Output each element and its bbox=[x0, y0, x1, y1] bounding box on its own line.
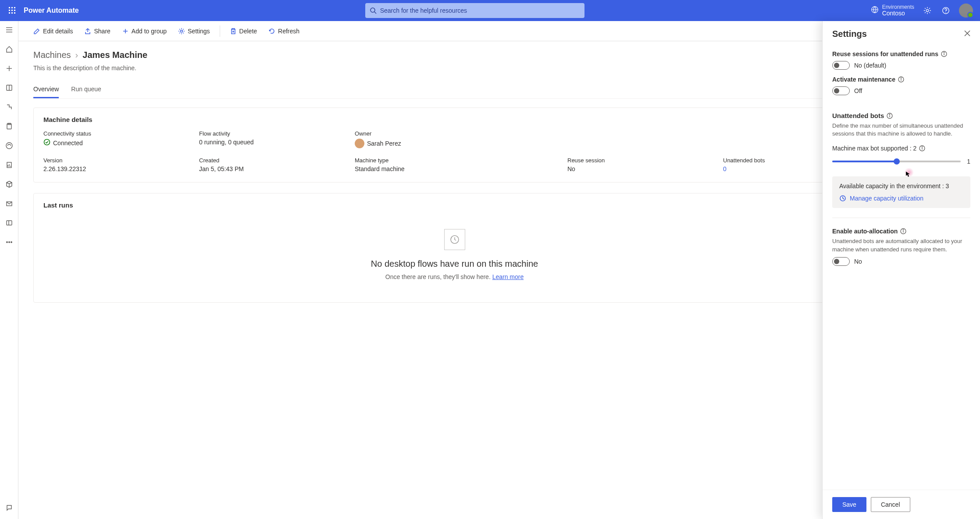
svg-point-9 bbox=[371, 8, 375, 12]
topbar: Power Automate Environments Contoso bbox=[0, 0, 980, 21]
svg-rect-1 bbox=[11, 7, 13, 8]
svg-rect-5 bbox=[14, 10, 15, 11]
env-name: Contoso bbox=[882, 10, 914, 17]
search-box[interactable] bbox=[365, 3, 584, 18]
svg-rect-4 bbox=[11, 10, 13, 11]
svg-line-10 bbox=[374, 12, 376, 14]
search-input[interactable] bbox=[380, 7, 580, 14]
svg-point-14 bbox=[945, 12, 946, 13]
svg-rect-6 bbox=[9, 12, 10, 14]
env-label: Environments bbox=[882, 4, 914, 10]
svg-rect-2 bbox=[14, 7, 15, 8]
user-avatar[interactable] bbox=[959, 4, 973, 18]
gear-icon[interactable] bbox=[922, 7, 933, 14]
svg-rect-7 bbox=[11, 12, 13, 14]
svg-rect-0 bbox=[9, 7, 10, 8]
app-title: Power Automate bbox=[24, 7, 79, 14]
svg-point-12 bbox=[926, 9, 928, 11]
svg-rect-3 bbox=[9, 10, 10, 11]
svg-rect-8 bbox=[14, 12, 15, 14]
environment-picker[interactable]: Environments Contoso bbox=[871, 4, 914, 17]
waffle-icon[interactable] bbox=[4, 2, 21, 19]
help-icon[interactable] bbox=[941, 7, 951, 14]
